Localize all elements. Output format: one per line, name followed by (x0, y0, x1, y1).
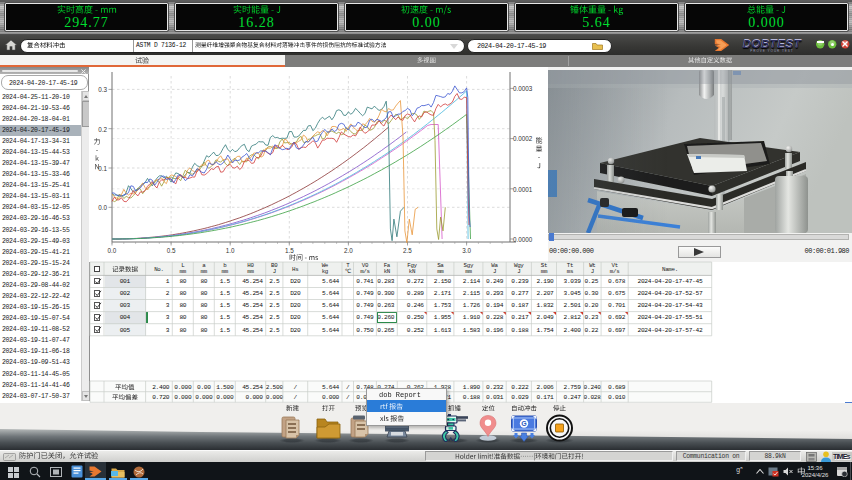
svg-text:G: G (521, 420, 527, 427)
